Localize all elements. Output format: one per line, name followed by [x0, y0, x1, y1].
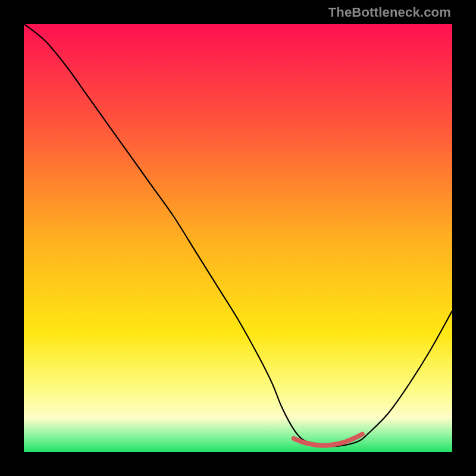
gradient-background [24, 24, 452, 452]
chart-frame [24, 24, 452, 452]
chart-canvas [24, 24, 452, 452]
watermark-label: TheBottleneck.com [328, 5, 451, 20]
